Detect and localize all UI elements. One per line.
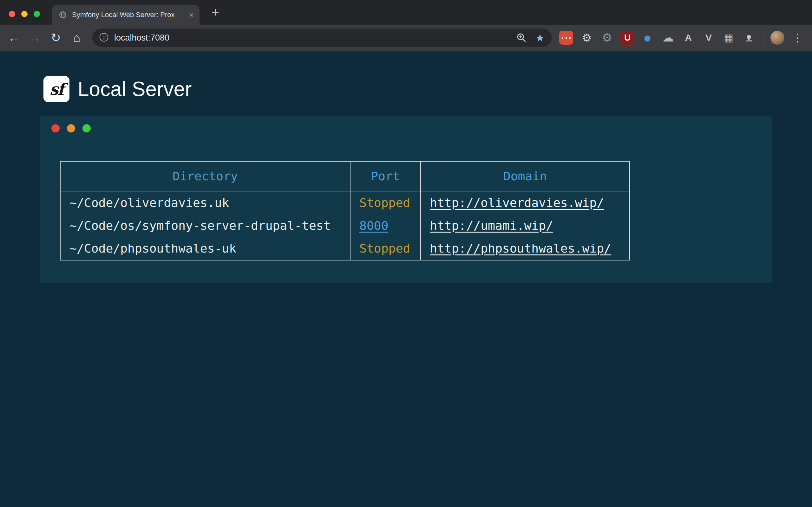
extension-red-dots-icon[interactable]: ⋯ <box>559 31 573 45</box>
browser-window: Symfony Local Web Server: Prox × + ← → ↻… <box>0 0 812 507</box>
panel-red-dot-icon <box>51 124 60 132</box>
back-icon[interactable]: ← <box>5 29 23 47</box>
bookmark-star-icon[interactable]: ★ <box>535 33 545 43</box>
directory-cell: ~/Code/oliverdavies.uk <box>61 191 351 214</box>
table-row: ~/Code/phpsouthwales-uk Stopped http://p… <box>61 237 629 260</box>
tab-close-icon[interactable]: × <box>189 11 194 19</box>
extension-ublock-icon[interactable]: U <box>620 31 635 45</box>
port-link[interactable]: 8000 <box>359 219 389 233</box>
home-icon[interactable]: ⌂ <box>68 29 86 47</box>
extension-octocat-icon[interactable]: ᴥ <box>742 31 756 45</box>
panel-orange-dot-icon <box>67 124 75 132</box>
table-row: ~/Code/oliverdavies.uk Stopped http://ol… <box>61 191 629 214</box>
server-panel: Directory Port Domain ~/Code/oliverdavie… <box>40 116 772 283</box>
toolbar-separator <box>764 32 764 44</box>
extension-blue-circle-icon[interactable]: ● <box>641 31 654 45</box>
domain-link[interactable]: http://oliverdavies.wip/ <box>430 196 604 210</box>
new-tab-button[interactable]: + <box>208 5 222 19</box>
panel-green-dot-icon <box>83 124 91 132</box>
port-status: Stopped <box>351 191 421 214</box>
window-close-button[interactable] <box>9 11 15 17</box>
url-text: localhost:7080 <box>114 33 169 43</box>
extension-cloud-icon[interactable]: ☁ <box>661 31 675 45</box>
extension-letter-v-icon[interactable]: V <box>702 31 716 45</box>
browser-tab[interactable]: Symfony Local Web Server: Prox × <box>52 5 200 25</box>
extension-letter-a-icon[interactable]: A <box>681 31 695 45</box>
page-content: sf Local Server Directory Port Domain ~/… <box>0 51 812 507</box>
address-bar[interactable]: ⓘ localhost:7080 ★ <box>92 29 552 47</box>
header-port: Port <box>351 162 421 191</box>
directory-cell: ~/Code/os/symfony-server-drupal-test <box>61 214 351 237</box>
extension-dark-gear-icon[interactable]: ⚙ <box>600 31 614 45</box>
browser-toolbar: ← → ↻ ⌂ ⓘ localhost:7080 ★ ⋯ ⚙ ⚙ U ● ☁ A… <box>0 25 812 51</box>
symfony-logo: sf <box>44 76 69 102</box>
window-minimize-button[interactable] <box>21 11 28 17</box>
header-domain: Domain <box>421 162 629 191</box>
extension-grid-icon[interactable]: ▦ <box>722 31 735 45</box>
tab-strip: Symfony Local Web Server: Prox × + <box>0 0 812 25</box>
reload-icon[interactable]: ↻ <box>47 29 65 47</box>
tab-title: Symfony Local Web Server: Prox <box>72 11 189 19</box>
table-row: ~/Code/os/symfony-server-drupal-test 800… <box>61 214 629 237</box>
page-title: Local Server <box>78 76 192 102</box>
browser-menu-icon[interactable]: ⋮ <box>791 31 805 45</box>
domain-link[interactable]: http://phpsouthwales.wip/ <box>430 241 611 256</box>
forward-icon[interactable]: → <box>26 29 44 47</box>
domain-link[interactable]: http://umami.wip/ <box>430 219 553 233</box>
extension-light-gear-icon[interactable]: ⚙ <box>580 31 594 45</box>
servers-table: Directory Port Domain ~/Code/oliverdavie… <box>60 161 630 261</box>
zoom-in-icon[interactable] <box>516 32 527 43</box>
table-header-row: Directory Port Domain <box>61 162 629 191</box>
port-status: Stopped <box>351 237 421 260</box>
header-directory: Directory <box>61 162 351 191</box>
tab-favicon-globe-icon <box>59 11 67 19</box>
profile-avatar[interactable] <box>770 31 784 45</box>
directory-cell: ~/Code/phpsouthwales-uk <box>61 237 351 260</box>
window-zoom-button[interactable] <box>34 11 40 17</box>
site-info-icon[interactable]: ⓘ <box>99 32 108 44</box>
